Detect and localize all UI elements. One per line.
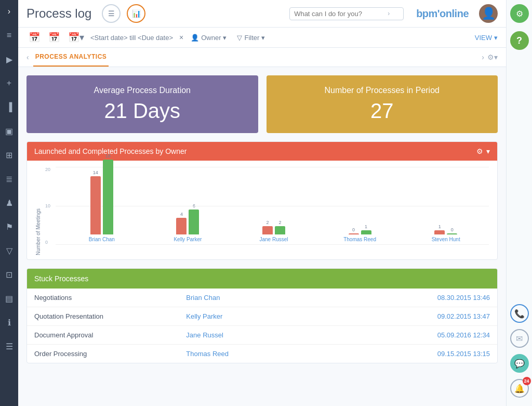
kpi-duration-label: Average Process Duration (94, 86, 191, 95)
chart-view-button[interactable]: 📊 (127, 4, 145, 23)
kpi-count-label: Number of Processes in Period (325, 86, 440, 95)
bar-label-red-1: 14 (93, 170, 98, 175)
date-close-button[interactable]: × (179, 33, 183, 42)
bar-red-1 (90, 176, 101, 234)
y-tick-10: 10 (45, 203, 56, 208)
chart-dropdown-icon[interactable]: ▾ (486, 147, 490, 155)
view-button[interactable]: VIEW ▾ (475, 34, 498, 42)
row-name-1: Negotiations (34, 294, 186, 302)
sidebar-list-icon[interactable]: ≣ (2, 172, 17, 186)
sidebar-narrow: › ≡ ▶ + ▐ ▣ ⊞ ≣ ♟ ⚑ ▽ ⊡ ▤ ℹ ☰ (0, 0, 18, 406)
main-content: Process log ☰ 📊 › bpm'online 👤 📅 📅 📅▾ <S… (18, 0, 506, 406)
chat-button[interactable]: 💬 (510, 354, 529, 373)
kpi-card-duration: Average Process Duration 21 Days (26, 75, 258, 133)
row-name-4: Order Processing (34, 350, 186, 358)
bar-name-2: Kelly Parker (174, 237, 202, 242)
bar-group-kelly-parker: 4 6 Kelly Parker (145, 203, 231, 242)
y-tick-0: 0 (45, 240, 56, 245)
stuck-processes-section: Stuck Processes Negotiations Brian Chan … (26, 268, 498, 363)
date-range-text: <Start date> till <Due date> (90, 34, 173, 42)
chart-controls[interactable]: ⚙ ▾ (476, 147, 490, 155)
row-date-1: 08.30.2015 13:46 (338, 294, 490, 302)
sidebar-plus-icon[interactable]: + (2, 76, 17, 90)
bar-group-steven-hunt: 1 0 Steven Hunt (403, 224, 489, 242)
bar-green-3 (275, 226, 285, 234)
settings-button[interactable]: ⚙ (510, 4, 529, 23)
gear-icon: ⚙ (516, 9, 523, 19)
tab-process-analytics[interactable]: PROCESS ANALYTICS (33, 48, 109, 67)
bar-green-1 (103, 160, 113, 234)
sidebar-funnel-icon[interactable]: ▽ (2, 243, 17, 258)
help-icon: ? (516, 35, 522, 46)
bell-icon: 🔔 (514, 384, 525, 394)
kpi-count-value: 27 (370, 99, 394, 123)
filter-label: Filter (244, 34, 259, 42)
table-body: Negotiations Brian Chan 08.30.2015 13:46… (27, 289, 497, 363)
tab-nav-left[interactable]: ‹ (26, 53, 29, 61)
search-bar[interactable]: › (289, 7, 404, 20)
filter-icon: ▽ (237, 34, 242, 42)
bar-green-4 (361, 230, 371, 234)
search-input[interactable] (294, 10, 388, 18)
chart-gear-icon[interactable]: ⚙ (476, 147, 483, 155)
table-row: Order Processing Thomas Reed 09.15.2015 … (27, 345, 497, 363)
calendar-icon-1[interactable]: 📅 (26, 31, 42, 44)
bar-red-2 (176, 218, 187, 234)
chat-icon: 💬 (514, 359, 525, 369)
bar-group-bars-1: 14 18 (90, 153, 113, 234)
row-owner-4[interactable]: Thomas Reed (186, 350, 338, 358)
row-owner-1[interactable]: Brian Chan (186, 294, 338, 302)
view-dropdown-icon: ▾ (494, 34, 498, 42)
table-header: Stuck Processes (27, 269, 497, 289)
bar-red-5 (434, 230, 445, 234)
bar-red-4 (349, 233, 359, 234)
filter-button[interactable]: ▽ Filter ▾ (234, 33, 268, 43)
dashboard: Average Process Duration 21 Days Number … (18, 67, 506, 406)
sidebar-list2-icon[interactable]: ☰ (2, 339, 17, 353)
sidebar-grid-icon[interactable]: ⊞ (2, 148, 17, 162)
owner-dropdown-icon: ▾ (223, 34, 227, 42)
notification-wrapper: 🔔 24 (510, 379, 529, 398)
sidebar-chevron-icon[interactable]: › (2, 4, 17, 19)
bar-red-3 (262, 226, 273, 234)
bar-label-green-1: 18 (105, 153, 111, 159)
sidebar-menu-icon[interactable]: ≡ (2, 28, 17, 43)
sidebar-doc-icon[interactable]: ▤ (2, 291, 17, 306)
list-view-button[interactable]: ☰ (102, 4, 121, 23)
user-avatar[interactable]: 👤 (479, 4, 498, 23)
calendar-icon-2[interactable]: 📅 (46, 31, 62, 44)
phone-button[interactable]: 📞 (510, 304, 529, 323)
email-button[interactable]: ✉ (510, 329, 529, 348)
bar-group-thomas-reed: 0 1 Thomas Reed (317, 224, 403, 242)
bar-group-bars-5: 1 0 (434, 224, 457, 234)
row-owner-3[interactable]: Jane Russel (186, 331, 338, 339)
row-date-2: 09.02.2015 13:47 (338, 312, 490, 320)
list-icon: ☰ (108, 9, 115, 18)
sidebar-chat-icon[interactable]: ▣ (2, 124, 17, 138)
y-axis-label: Number of Meetings (35, 208, 41, 255)
tab-nav-right[interactable]: › (482, 53, 484, 61)
bar-label-green-2: 6 (193, 203, 195, 208)
table-row: Quotation Presentation Kelly Parker 09.0… (27, 307, 497, 326)
sidebar-person-icon[interactable]: ♟ (2, 195, 17, 210)
notification-badge: 24 (523, 377, 531, 385)
sidebar-info-icon[interactable]: ℹ (2, 315, 17, 330)
help-button[interactable]: ? (510, 31, 529, 50)
tab-area: ‹ PROCESS ANALYTICS › ⚙▾ (18, 48, 506, 67)
bar-red-1-wrapper: 14 (90, 170, 101, 234)
row-name-2: Quotation Presentation (34, 312, 186, 320)
owner-filter-button[interactable]: 👤 Owner ▾ (188, 33, 230, 43)
y-tick-20: 20 (45, 167, 56, 172)
filter-dropdown-icon: ▾ (261, 34, 265, 42)
bar-group-jane-russel: 2 2 Jane Russel (231, 220, 317, 242)
search-arrow-icon: › (388, 10, 390, 17)
sidebar-cart-icon[interactable]: ⊡ (2, 267, 17, 282)
page-title: Process log (26, 6, 91, 21)
tab-gear-icon[interactable]: ⚙▾ (487, 53, 498, 61)
sidebar-chart-icon[interactable]: ▐ (2, 100, 17, 114)
sidebar-flag-icon[interactable]: ⚑ (2, 219, 17, 234)
table-row: Document Approval Jane Russel 05.09.2016… (27, 326, 497, 345)
sidebar-play-icon[interactable]: ▶ (2, 52, 17, 67)
calendar-dropdown-icon[interactable]: 📅▾ (66, 31, 86, 44)
row-owner-2[interactable]: Kelly Parker (186, 312, 338, 320)
